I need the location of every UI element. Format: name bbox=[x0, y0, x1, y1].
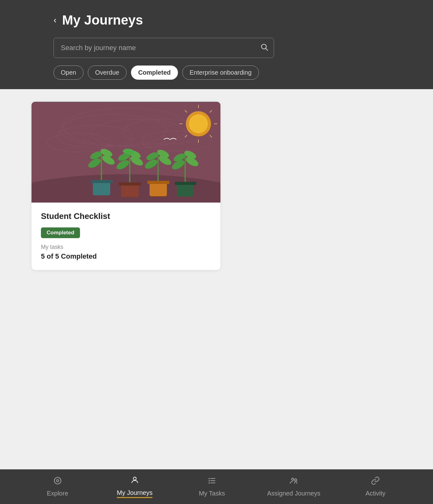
filter-tab-open[interactable]: Open bbox=[54, 66, 83, 80]
svg-rect-44 bbox=[175, 182, 196, 185]
tasks-count: 5 of 5 Completed bbox=[41, 252, 211, 261]
header-title-row: ‹ My Journeys bbox=[54, 13, 379, 28]
back-button[interactable]: ‹ bbox=[54, 16, 56, 25]
filter-tab-completed[interactable]: Completed bbox=[131, 66, 178, 80]
svg-rect-29 bbox=[119, 182, 141, 186]
nav-label-assigned-journeys: Assigned Journeys bbox=[267, 490, 320, 497]
nav-icon-explore bbox=[53, 476, 62, 487]
filter-tabs: OpenOverdueCompletedEnterprise onboardin… bbox=[54, 66, 379, 80]
svg-rect-36 bbox=[150, 182, 167, 196]
svg-rect-37 bbox=[147, 181, 169, 184]
card-body: Student Checklist Completed My tasks 5 o… bbox=[31, 203, 220, 270]
page-title: My Journeys bbox=[62, 13, 143, 28]
header: ‹ My Journeys OpenOverdueCompletedEnterp… bbox=[0, 0, 433, 89]
nav-icon-activity bbox=[371, 476, 380, 487]
svg-rect-28 bbox=[121, 184, 139, 197]
card-illustration bbox=[31, 102, 220, 203]
nav-item-assigned-journeys[interactable]: Assigned Journeys bbox=[267, 476, 320, 497]
card-title: Student Checklist bbox=[41, 211, 211, 221]
filter-tab-overdue[interactable]: Overdue bbox=[88, 66, 127, 80]
svg-rect-43 bbox=[177, 183, 193, 197]
svg-point-56 bbox=[292, 478, 294, 480]
nav-label-activity: Activity bbox=[366, 490, 385, 497]
svg-point-51 bbox=[56, 480, 59, 482]
svg-point-12 bbox=[189, 114, 208, 133]
nav-item-my-tasks[interactable]: My Tasks bbox=[190, 476, 234, 497]
svg-rect-22 bbox=[91, 180, 113, 183]
content-area: Student Checklist Completed My tasks 5 o… bbox=[0, 89, 433, 504]
nav-item-activity[interactable]: Activity bbox=[353, 476, 397, 497]
nav-label-my-journeys: My Journeys bbox=[117, 489, 152, 498]
nav-label-my-tasks: My Tasks bbox=[199, 490, 225, 497]
svg-point-50 bbox=[54, 478, 61, 484]
nav-icon-my-tasks bbox=[208, 476, 216, 487]
search-container bbox=[54, 38, 274, 58]
nav-item-my-journeys[interactable]: My Journeys bbox=[113, 476, 157, 498]
tasks-label: My tasks bbox=[41, 244, 211, 250]
nav-icon-assigned-journeys bbox=[289, 476, 298, 487]
bottom-nav: ExploreMy JourneysMy TasksAssigned Journ… bbox=[0, 469, 433, 504]
filter-tab-enterprise[interactable]: Enterprise onboarding bbox=[182, 66, 259, 80]
nav-icon-my-journeys bbox=[130, 476, 139, 487]
nav-label-explore: Explore bbox=[47, 490, 68, 497]
status-badge: Completed bbox=[41, 227, 80, 238]
svg-point-52 bbox=[133, 477, 136, 480]
svg-point-57 bbox=[294, 479, 297, 481]
search-input[interactable] bbox=[54, 38, 274, 58]
svg-rect-21 bbox=[93, 181, 110, 195]
journey-card[interactable]: Student Checklist Completed My tasks 5 o… bbox=[31, 102, 220, 270]
nav-item-explore[interactable]: Explore bbox=[36, 476, 80, 497]
